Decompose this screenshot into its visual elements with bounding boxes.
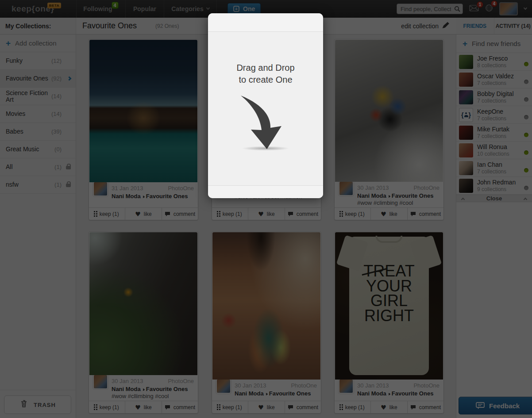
modal-bottom-strip bbox=[208, 185, 323, 198]
drop-arrow-icon bbox=[239, 94, 292, 153]
modal-top-strip bbox=[208, 13, 323, 32]
drag-drop-message: Drag and Drop to create One bbox=[208, 62, 323, 86]
arrow-shadow bbox=[240, 146, 291, 151]
drag-drop-modal[interactable]: Drag and Drop to create One bbox=[208, 13, 323, 198]
app: keep{one} BETA Following 4 Popular Categ… bbox=[0, 0, 532, 418]
